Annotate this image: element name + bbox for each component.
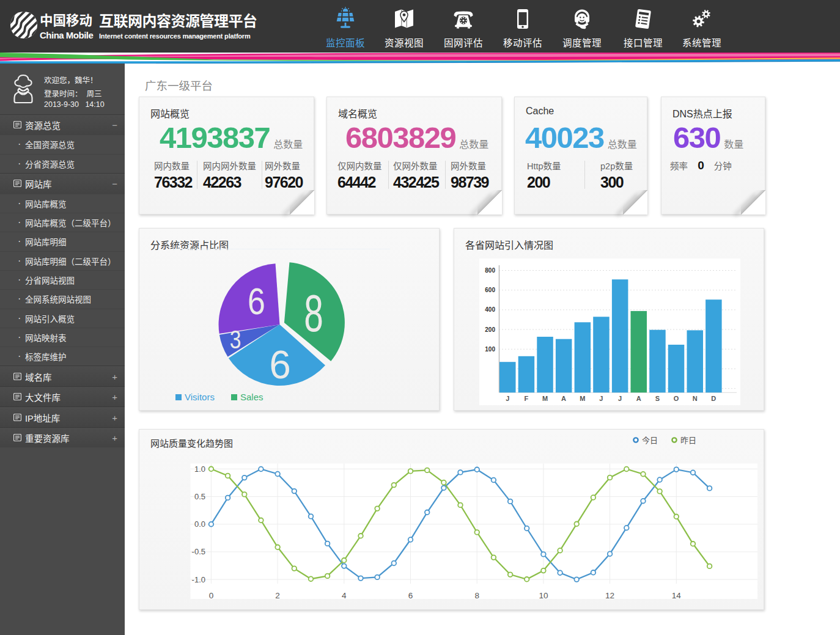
svg-text:J: J <box>618 395 622 402</box>
svg-text:3: 3 <box>230 325 241 354</box>
svg-text:400: 400 <box>485 306 495 313</box>
svg-text:M: M <box>542 395 548 402</box>
svg-text:J: J <box>506 395 509 402</box>
svg-text:O: O <box>674 395 679 402</box>
svg-text:0.5: 0.5 <box>194 492 205 501</box>
svg-text:今日: 今日 <box>642 436 658 445</box>
svg-text:14: 14 <box>672 591 682 600</box>
svg-text:1.0: 1.0 <box>194 464 205 474</box>
svg-text:0.0: 0.0 <box>194 519 205 529</box>
svg-text:6: 6 <box>248 281 265 322</box>
svg-text:12: 12 <box>605 591 614 600</box>
svg-text:A: A <box>561 395 566 402</box>
svg-text:10: 10 <box>539 591 548 600</box>
svg-text:800: 800 <box>485 267 495 274</box>
svg-text:0: 0 <box>209 591 214 600</box>
svg-text:M: M <box>580 395 585 402</box>
svg-text:-1.0: -1.0 <box>192 575 205 584</box>
svg-text:S: S <box>655 395 660 402</box>
svg-text:-0.5: -0.5 <box>192 547 205 556</box>
svg-text:6: 6 <box>269 343 290 386</box>
svg-text:Sales: Sales <box>240 392 263 402</box>
svg-text:A: A <box>636 395 641 402</box>
svg-text:J: J <box>599 395 603 402</box>
svg-text:200: 200 <box>485 326 495 333</box>
svg-text:2: 2 <box>275 591 280 600</box>
svg-text:8: 8 <box>304 284 323 342</box>
svg-text:600: 600 <box>485 287 495 293</box>
svg-text:6: 6 <box>408 591 413 600</box>
svg-text:8: 8 <box>474 591 479 600</box>
svg-text:4: 4 <box>342 591 347 600</box>
svg-text:D: D <box>711 395 716 402</box>
svg-text:Visitors: Visitors <box>185 392 215 402</box>
svg-text:100: 100 <box>485 346 495 353</box>
svg-text:F: F <box>525 395 529 402</box>
svg-text:N: N <box>693 395 698 402</box>
svg-text:昨日: 昨日 <box>680 436 696 445</box>
